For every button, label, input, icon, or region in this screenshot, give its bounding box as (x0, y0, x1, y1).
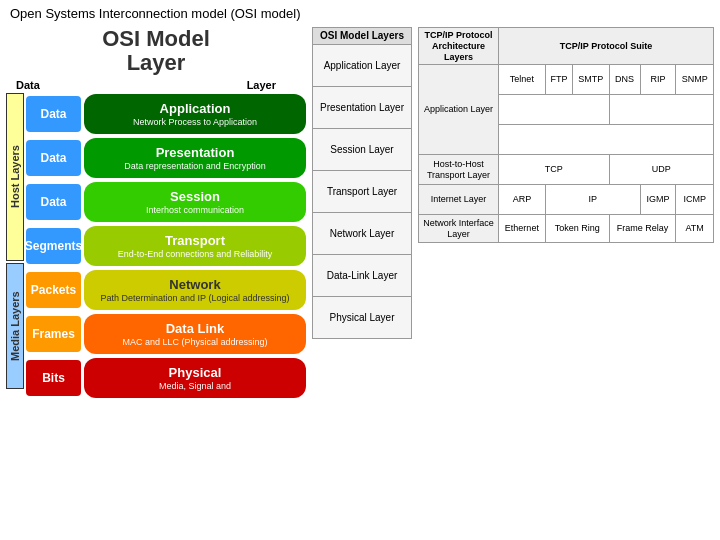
osi-layers-table: OSI Model Layers Application Layer Prese… (312, 27, 412, 339)
physical-layer-cell: Physical Layer (313, 297, 412, 339)
frame-relay-cell: Frame Relay (609, 215, 676, 243)
suite-col-header: TCP/IP Protocol Suite (499, 28, 714, 65)
list-item: Data Application Network Process to Appl… (26, 93, 306, 135)
tcp-cell: TCP (499, 155, 610, 185)
session-layer-cell: Session Layer (313, 129, 412, 171)
table-row: Application Layer Telnet FTP SMTP DNS RI… (419, 65, 714, 95)
table-row: Data-Link Layer (313, 255, 412, 297)
table-row: Transport Layer (313, 171, 412, 213)
empty-cell (499, 125, 714, 155)
data-unit-label: Data (26, 184, 81, 220)
transport-layer-cell: Transport Layer (313, 171, 412, 213)
osi-heading: OSI Model Layer (6, 27, 306, 75)
presentation-layer-box: Presentation Data representation and Enc… (84, 138, 306, 178)
application-layer-cell: Application Layer (313, 45, 412, 87)
smtp-cell: SMTP (573, 65, 610, 95)
data-unit-label: Data (26, 140, 81, 176)
arch-col-header: TCP/IP Protocol Architecture Layers (419, 28, 499, 65)
column-headers: Data Layer (6, 79, 306, 91)
transport-layer-box: Transport End-to-End connections and Rel… (84, 226, 306, 266)
network-layer-box: Network Path Determination and IP (Logic… (84, 270, 306, 310)
app-arch-cell: Application Layer (419, 65, 499, 155)
tcpip-table: TCP/IP Protocol Architecture Layers TCP/… (418, 27, 714, 243)
udp-cell: UDP (609, 155, 713, 185)
table-row: Network Layer (313, 213, 412, 255)
table-row: Physical Layer (313, 297, 412, 339)
icmp-cell: ICMP (676, 185, 714, 215)
table-row: Session Layer (313, 129, 412, 171)
datalink-layer-box: Data Link MAC and LLC (Physical addressi… (84, 314, 306, 354)
token-ring-cell: Token Ring (545, 215, 609, 243)
table-row: Application Layer (313, 45, 412, 87)
ethernet-cell: Ethernet (499, 215, 546, 243)
list-item: Frames Data Link MAC and LLC (Physical a… (26, 313, 306, 355)
list-item: Packets Network Path Determination and I… (26, 269, 306, 311)
list-item: Segments Transport End-to-End connection… (26, 225, 306, 267)
osi-model-panel: OSI Model Layer Data Layer Host Layers M… (6, 27, 306, 399)
physical-layer-box: Physical Media, Signal and (84, 358, 306, 398)
data-unit-label: Data (26, 96, 81, 132)
list-item: Bits Physical Media, Signal and (26, 357, 306, 399)
data-unit-label: Frames (26, 316, 81, 352)
page-title: Open Systems Interconnection model (OSI … (0, 0, 720, 23)
table-row: Presentation Layer (313, 87, 412, 129)
atm-cell: ATM (676, 215, 714, 243)
host-layers-label: Host Layers (6, 93, 24, 261)
session-layer-box: Session Interhost communication (84, 182, 306, 222)
ftp-cell: FTP (545, 65, 572, 95)
rip-cell: RIP (640, 65, 676, 95)
presentation-layer-cell: Presentation Layer (313, 87, 412, 129)
internet-arch-cell: Internet Layer (419, 185, 499, 215)
dns-cell: DNS (609, 65, 640, 95)
ip-cell: IP (545, 185, 640, 215)
snmp-cell: SNMP (676, 65, 714, 95)
igmp-cell: IGMP (640, 185, 676, 215)
media-layers-label: Media Layers (6, 263, 24, 389)
layers-content: Data Application Network Process to Appl… (26, 93, 306, 399)
network-layer-cell: Network Layer (313, 213, 412, 255)
transport-arch-cell: Host-to-Host Transport Layer (419, 155, 499, 185)
datalink-layer-cell: Data-Link Layer (313, 255, 412, 297)
data-unit-label: Bits (26, 360, 81, 396)
telnet-cell: Telnet (499, 65, 546, 95)
table-row: Network Interface Layer Ethernet Token R… (419, 215, 714, 243)
tcpip-panel: TCP/IP Protocol Architecture Layers TCP/… (418, 27, 714, 399)
layers-wrapper: Host Layers Media Layers Data Applicatio… (6, 93, 306, 399)
empty-cell (609, 95, 713, 125)
osi-layers-table-panel: OSI Model Layers Application Layer Prese… (312, 27, 412, 399)
table-row: Internet Layer ARP IP IGMP ICMP (419, 185, 714, 215)
arp-cell: ARP (499, 185, 546, 215)
data-unit-label: Packets (26, 272, 81, 308)
data-unit-label: Segments (26, 228, 81, 264)
list-item: Data Session Interhost communication (26, 181, 306, 223)
list-item: Data Presentation Data representation an… (26, 137, 306, 179)
application-layer-box: Application Network Process to Applicati… (84, 94, 306, 134)
osi-col-header: OSI Model Layers (313, 28, 412, 45)
netif-arch-cell: Network Interface Layer (419, 215, 499, 243)
table-row: Host-to-Host Transport Layer TCP UDP (419, 155, 714, 185)
empty-cell (499, 95, 610, 125)
